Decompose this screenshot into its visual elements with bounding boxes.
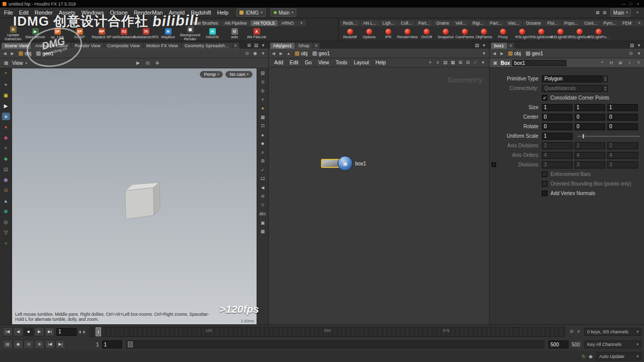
realtime-toggle-icon[interactable]: ⊙: [568, 328, 575, 335]
display-option-icon[interactable]: 12: [258, 175, 267, 182]
shelf-tab[interactable]: FEM: [619, 20, 634, 26]
pane-tab[interactable]: +: [508, 43, 514, 49]
forward-icon[interactable]: ▶: [9, 50, 16, 57]
shelf-tool[interactable]: ObjParms: [474, 29, 494, 39]
display-option-icon[interactable]: ✓: [258, 167, 267, 173]
pane-tab[interactable]: Render View: [71, 43, 103, 49]
shelf-tool[interactable]: O oidn: [223, 28, 246, 39]
display-option-icon[interactable]: ▤: [258, 70, 267, 76]
desk-next-icon[interactable]: ⊞: [601, 10, 608, 16]
playhead-cursor[interactable]: 1: [96, 327, 101, 336]
shelf-tool[interactable]: Options: [360, 29, 379, 39]
viewport-tool-icon[interactable]: ⊙: [2, 187, 10, 194]
shelf-tool[interactable]: A AN FileLink: [246, 28, 268, 39]
hscript-icon[interactable]: H: [608, 60, 615, 66]
menu-item[interactable]: Arnold: [166, 8, 188, 18]
view-label[interactable]: View: [12, 60, 23, 66]
network-toolbar-icon[interactable]: ⊞: [457, 59, 464, 66]
node-icon[interactable]: ▣: [338, 156, 353, 171]
center-x-input[interactable]: [542, 114, 573, 121]
pane-menu-icon[interactable]: ▾: [260, 42, 267, 49]
display-option-icon[interactable]: ◆: [258, 140, 267, 147]
viewport-tool-icon[interactable]: ◉: [2, 176, 10, 184]
pin-icon[interactable]: ⊙: [627, 50, 634, 57]
pane-tab[interactable]: Geometry Spreadsh...: [182, 43, 232, 49]
animation-option-icon[interactable]: ▤: [3, 340, 13, 349]
range-end-input[interactable]: [548, 340, 569, 348]
network-toolbar-icon[interactable]: ▦: [449, 59, 456, 66]
interrupt-icon[interactable]: ◉: [587, 353, 594, 360]
shelf-tool[interactable]: SP sp_Link: [46, 28, 68, 39]
shelf-tool[interactable]: SP Go SP: [68, 28, 91, 39]
shelf-tab[interactable]: Visc...: [505, 20, 522, 26]
maximize-icon[interactable]: □: [627, 2, 634, 6]
shelf-tab[interactable]: Grains: [433, 20, 452, 26]
add-vertex-normals-checkbox[interactable]: [542, 191, 547, 196]
shelf-tab[interactable]: ARNO: [278, 20, 297, 26]
shelf-tool[interactable]: RenderView: [398, 29, 417, 39]
breadcrumb-geo1[interactable]: geo1: [524, 51, 545, 56]
slider-handle[interactable]: [582, 134, 585, 139]
center-y-input[interactable]: [575, 114, 605, 121]
shelf-tool[interactable]: RSLightSun: [570, 29, 589, 39]
shelf-tool[interactable]: RSLight: [513, 29, 532, 39]
network-toolbar-icon[interactable]: ✓: [472, 59, 479, 66]
link-icon[interactable]: ◉: [252, 50, 259, 57]
shelf-tool[interactable]: 7U setSubstance: [113, 28, 135, 39]
search-icon[interactable]: ⊕: [617, 60, 624, 66]
shelf-tab[interactable]: Ligh...: [380, 20, 397, 26]
select-arrow-icon[interactable]: ▶: [135, 60, 142, 66]
pane-menu-icon[interactable]: ▾: [480, 42, 488, 49]
primitive-type-select[interactable]: Polygon: [542, 75, 602, 82]
back-icon[interactable]: ◀: [491, 50, 498, 57]
breadcrumb-geo1[interactable]: geo1: [310, 51, 332, 56]
desktop-combo[interactable]: Main ▾: [271, 9, 296, 17]
shelf-tool[interactable]: 70 Substance2RS: [135, 28, 157, 39]
transport-button[interactable]: ▶: [34, 327, 44, 336]
desk-prev-icon[interactable]: ⊠: [594, 10, 601, 16]
consolidate-checkbox[interactable]: ✓: [542, 95, 547, 101]
display-option-icon[interactable]: ▦: [258, 114, 267, 121]
animation-option-icon[interactable]: |◀: [45, 340, 55, 349]
pane-tab[interactable]: +: [232, 43, 239, 49]
pane-tab[interactable]: Animation Editor: [32, 43, 71, 49]
viewport-tool-icon[interactable]: ⊕: [2, 208, 10, 215]
chevron-down-icon[interactable]: ▾: [260, 50, 267, 57]
camera-pill[interactable]: No cam ▾: [225, 71, 253, 78]
shelf-tab[interactable]: +: [635, 20, 643, 26]
network-menu-item[interactable]: Add: [271, 60, 286, 65]
display-option-icon[interactable]: ⊡: [258, 123, 267, 129]
shelf-tab[interactable]: AN Pipeline: [221, 20, 250, 26]
network-menu-item[interactable]: Edit: [287, 60, 301, 65]
viewport-tool-icon[interactable]: ×: [2, 144, 10, 152]
gear-icon[interactable]: *: [599, 60, 606, 66]
network-toolbar-icon[interactable]: ×: [427, 59, 434, 66]
menu-item[interactable]: Windows: [78, 8, 107, 18]
animation-option-icon[interactable]: ⊕: [34, 340, 44, 349]
shelf-tab[interactable]: Part...: [416, 20, 433, 26]
animation-option-icon[interactable]: ⊙: [24, 340, 34, 349]
network-toolbar-icon[interactable]: ≡: [434, 59, 441, 66]
shelf-tab[interactable]: AN TOOLS: [251, 20, 278, 26]
viewport-canvas[interactable]: Persp ▾ No cam ▾ Left mouse tumbles. Mid…: [12, 68, 257, 324]
viewport-tool-icon[interactable]: *: [2, 70, 10, 78]
shelf-tab[interactable]: AN L...: [360, 20, 379, 26]
viewport-tool-icon[interactable]: ◆: [2, 155, 10, 162]
pane-tab[interactable]: /obj/geo1: [270, 43, 295, 49]
viewport-tool-icon[interactable]: ○: [2, 239, 10, 247]
shelf-tab[interactable]: Veli...: [452, 20, 469, 26]
pane-layout-icon[interactable]: ▤: [473, 42, 480, 49]
pin-icon[interactable]: ⊙: [244, 50, 251, 57]
help-icon[interactable]: ?: [635, 60, 642, 66]
network-menu-item[interactable]: Help: [372, 60, 389, 65]
frame-decrement-icon[interactable]: ◀: [77, 328, 82, 336]
shelf-tab[interactable]: Hair Brushes: [190, 20, 221, 26]
shelf-tool[interactable]: G Update GameDev: [2, 26, 24, 41]
display-option-icon[interactable]: ▩: [258, 228, 267, 235]
rotate-y-input[interactable]: [575, 123, 605, 130]
pane-tab[interactable]: box1: [491, 43, 507, 49]
idmg-toolset-combo[interactable]: IDMG ▾: [236, 9, 266, 17]
shelf-tool[interactable]: Proxy: [494, 29, 513, 39]
back-icon[interactable]: ◀: [2, 50, 8, 57]
menu-item[interactable]: Render: [32, 8, 56, 18]
